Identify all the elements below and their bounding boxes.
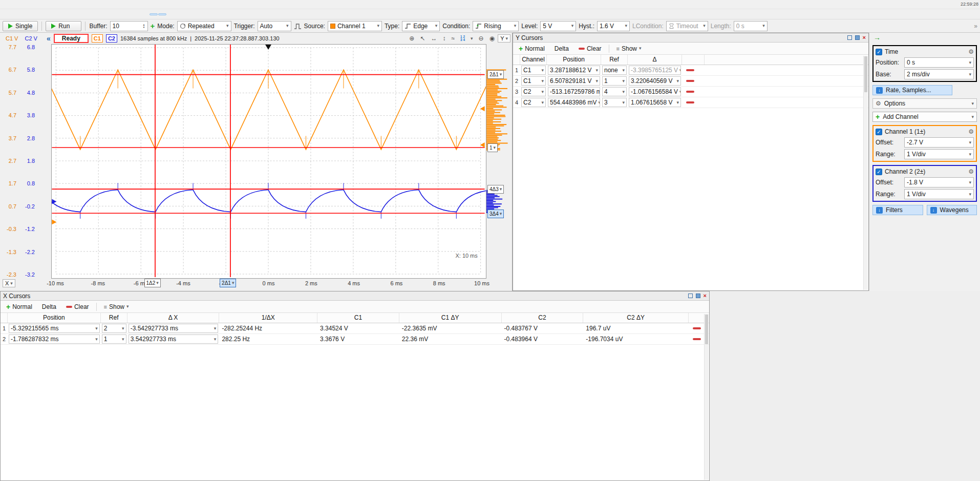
float-icon[interactable] xyxy=(688,294,693,298)
view-tab[interactable] xyxy=(176,13,184,15)
cursor-delta-value[interactable]: -3.3985765125 V▾ xyxy=(629,66,681,75)
view-tab[interactable] xyxy=(89,13,97,15)
spinner-arrows-icon[interactable]: ▲▼ xyxy=(143,24,145,29)
view-tab[interactable] xyxy=(62,13,71,15)
time-base-select[interactable]: 2 ms/div▾ xyxy=(904,69,974,79)
x-cursor-tab[interactable]: 1Δ2 ▾ xyxy=(144,279,161,287)
show-menu-button[interactable]: ≡ Show ▾ xyxy=(100,302,133,312)
view-tab[interactable] xyxy=(115,13,123,15)
channel2-range-select[interactable]: 1 V/div▾ xyxy=(904,189,974,199)
scrollbar[interactable] xyxy=(863,56,868,290)
wavegens-button[interactable]: ↓ Wavegens xyxy=(927,205,977,215)
view-tab[interactable] xyxy=(19,13,27,15)
mode-select[interactable]: Repeated ▾ xyxy=(177,21,231,31)
time-settings-gear-icon[interactable]: ⚙ xyxy=(968,48,974,55)
waveform-style-icon[interactable]: ≈ xyxy=(451,35,455,42)
cursor-delta-x-value[interactable]: 3.542927733 ms▾ xyxy=(129,334,219,344)
cursor-delta-value[interactable]: 3.220640569 V▾ xyxy=(629,76,681,86)
cursor-position-input[interactable]: 3.287188612 V▾ xyxy=(548,66,600,75)
cursor-delta-value[interactable]: 1.067615658 V▾ xyxy=(629,98,681,107)
add-normal-cursor-button[interactable]: + Normal xyxy=(2,302,36,312)
cursor-ref-select[interactable]: none▾ xyxy=(602,66,627,75)
view-tab[interactable] xyxy=(36,13,45,15)
cursor-position-input[interactable]: -5.329215565 ms▾ xyxy=(9,324,100,333)
channel1-toggle[interactable]: C1 xyxy=(92,34,103,43)
view-tab[interactable] xyxy=(106,13,114,15)
zoom-in-icon[interactable]: ⊕ xyxy=(409,35,414,42)
cursor-color-marker[interactable] xyxy=(686,91,694,93)
cursor-delta-x-value[interactable]: -3.542927733 ms▾ xyxy=(129,324,219,333)
maximize-icon[interactable] xyxy=(855,35,860,40)
view-tab[interactable] xyxy=(80,13,88,15)
cursor-ref-select[interactable]: 1▾ xyxy=(602,76,627,86)
cursor-position-input[interactable]: 6.507829181 V▾ xyxy=(548,76,600,86)
y-cursor-tab[interactable]: 2Δ1 ▾ xyxy=(487,70,504,79)
scrollbar-thumb[interactable] xyxy=(705,315,708,344)
view-tab[interactable] xyxy=(54,13,62,15)
cursor-ref-select[interactable]: 2▾ xyxy=(102,324,126,333)
view-tab[interactable] xyxy=(141,13,149,15)
channel2-toggle[interactable]: C2 xyxy=(106,34,117,43)
cursor-position-input[interactable]: -513.167259786 mV▾ xyxy=(548,87,600,96)
cursor-delta-value[interactable]: -1.0676156584 V▾ xyxy=(629,87,681,96)
add-channel-button[interactable]: + Add Channel ▾ xyxy=(872,112,977,122)
close-icon[interactable]: × xyxy=(863,35,866,40)
cursor-color-marker[interactable] xyxy=(686,101,694,103)
buffer-spinner[interactable]: 10 ▲▼ xyxy=(110,21,148,31)
cursor-position-input[interactable]: -1.786287832 ms▾ xyxy=(9,334,100,344)
x-axis-select[interactable]: X ▾ xyxy=(3,279,15,287)
cursor-color-marker[interactable] xyxy=(693,338,701,340)
channel1-settings-gear-icon[interactable]: ⚙ xyxy=(968,128,974,135)
cursor-position-input[interactable]: 554.4483986 mV▾ xyxy=(548,98,600,107)
y-cursor-tab[interactable]: 4Δ3 ▾ xyxy=(487,185,504,194)
maximize-icon[interactable] xyxy=(696,294,700,298)
cursor-channel-select[interactable]: C1▾ xyxy=(521,66,546,75)
y-cursor-tab[interactable]: 3Δ4 ▾ xyxy=(487,210,504,218)
fit-vertical-icon[interactable]: ↕ xyxy=(442,35,445,42)
toolbar-overflow-icon[interactable]: » xyxy=(974,23,977,30)
cursor-color-marker[interactable] xyxy=(693,327,701,329)
y-cursor-tab[interactable]: 1 ▾ xyxy=(487,143,498,152)
show-menu-button[interactable]: ≡ Show ▾ xyxy=(612,44,646,54)
channel1-enable-checkbox[interactable]: ✓ xyxy=(876,129,882,135)
level-select[interactable]: 5 V ▾ xyxy=(540,21,576,31)
rate-samples-button[interactable]: ↓ Rate, Samples... xyxy=(872,85,952,95)
view-tab[interactable] xyxy=(123,13,132,15)
pointer-icon[interactable]: ↖ xyxy=(420,35,425,42)
add-delta-cursor-button[interactable]: Delta xyxy=(38,302,60,312)
menu-item[interactable] xyxy=(30,4,39,5)
channel2-offset-select[interactable]: -1.8 V▾ xyxy=(904,177,974,187)
hysteresis-select[interactable]: 1.6 V ▾ xyxy=(597,21,630,31)
view-tab[interactable] xyxy=(158,13,166,15)
view-tab[interactable] xyxy=(28,13,36,15)
add-delta-cursor-button[interactable]: Delta xyxy=(550,44,573,54)
float-icon[interactable] xyxy=(847,35,852,40)
cursor-ref-select[interactable]: 1▾ xyxy=(102,334,126,344)
filters-button[interactable]: ↓ Filters xyxy=(872,205,923,215)
view-tab[interactable] xyxy=(150,13,158,15)
run-button[interactable]: Run xyxy=(46,21,81,31)
layout-quad-icon[interactable]: 1 23 4 xyxy=(460,35,465,41)
type-select[interactable]: Edge ▾ xyxy=(402,21,440,31)
source-select[interactable]: Channel 1 ▾ xyxy=(328,21,382,31)
cursor-color-marker[interactable] xyxy=(686,80,694,82)
snapshot-icon[interactable]: ◉ xyxy=(489,35,495,42)
view-tab[interactable] xyxy=(184,13,193,15)
lcondition-select[interactable]: Timeout ▾ xyxy=(666,21,708,31)
history-back-icon[interactable]: « xyxy=(47,34,51,43)
condition-select[interactable]: Rising ▾ xyxy=(473,21,519,31)
cursor-channel-select[interactable]: C2▾ xyxy=(521,98,546,107)
trigger-pulse-icon[interactable] xyxy=(294,23,302,30)
close-icon[interactable]: × xyxy=(704,293,707,299)
clear-cursors-button[interactable]: Clear xyxy=(574,44,606,54)
x-cursor-tab[interactable]: 2Δ1 ▾ xyxy=(220,279,236,287)
cursor-color-marker[interactable] xyxy=(686,69,694,71)
y-axis-select[interactable]: Y ▾ xyxy=(498,34,510,43)
channel2-settings-gear-icon[interactable]: ⚙ xyxy=(968,168,974,175)
view-tab[interactable] xyxy=(71,13,79,15)
add-normal-cursor-button[interactable]: + Normal xyxy=(515,44,549,54)
scrollbar[interactable] xyxy=(704,314,709,480)
waveform-plot[interactable]: X: 10 ms xyxy=(51,44,486,279)
clear-cursors-button[interactable]: Clear xyxy=(62,302,93,312)
zoom-out-icon[interactable]: ⊖ xyxy=(479,35,484,42)
